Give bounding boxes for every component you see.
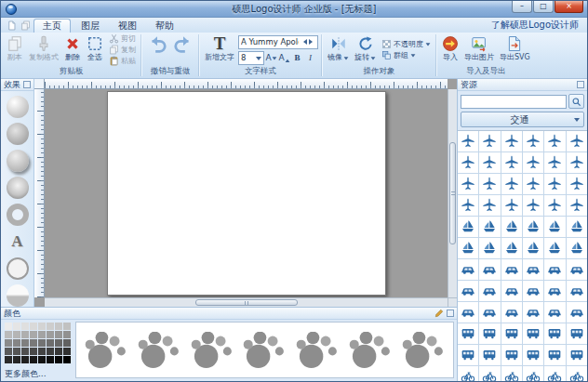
- resource-item-car[interactable]: [458, 302, 478, 323]
- resource-item-bus[interactable]: [544, 323, 565, 344]
- resource-item-boat[interactable]: [501, 238, 522, 258]
- titlebar[interactable]: 硕思Logo设计师 企业版 - [无标题] – □ ×: [1, 1, 587, 18]
- resource-item-plane[interactable]: [523, 152, 543, 173]
- resource-item-plane[interactable]: [501, 174, 522, 194]
- tab-help[interactable]: 帮助: [147, 19, 182, 33]
- resource-item-car[interactable]: [479, 302, 500, 323]
- resource-item-bike[interactable]: [458, 366, 478, 381]
- canvas-page[interactable]: [107, 91, 386, 296]
- delete-button[interactable]: 删除: [62, 33, 83, 66]
- effect-letter-a[interactable]: A: [7, 231, 29, 253]
- duplicate-button[interactable]: 副本: [5, 33, 25, 66]
- resource-item-bus[interactable]: [567, 345, 587, 365]
- color-swatch[interactable]: [47, 356, 54, 363]
- logo-preview-pawprint[interactable]: [349, 332, 392, 369]
- color-swatch[interactable]: [63, 323, 71, 330]
- rotate-button[interactable]: 旋转: [353, 33, 378, 66]
- increase-font-button[interactable]: A: [278, 51, 290, 65]
- color-swatch[interactable]: [55, 348, 62, 355]
- color-swatch[interactable]: [47, 331, 54, 338]
- resource-item-bike[interactable]: [567, 366, 587, 381]
- export-image-button[interactable]: 导出图片: [462, 33, 496, 66]
- color-swatch[interactable]: [13, 323, 20, 330]
- logo-preview-pawprint[interactable]: [296, 332, 339, 369]
- resource-item-plane[interactable]: [501, 195, 522, 216]
- color-swatch[interactable]: [55, 323, 62, 330]
- color-swatch[interactable]: [5, 331, 12, 338]
- resource-item-boat[interactable]: [567, 217, 587, 237]
- resource-item-bus[interactable]: [501, 345, 522, 365]
- select-all-button[interactable]: 全选: [85, 33, 105, 66]
- resource-item-bus[interactable]: [501, 323, 522, 344]
- color-swatch[interactable]: [30, 348, 37, 355]
- resource-item-car[interactable]: [458, 259, 478, 280]
- color-swatch[interactable]: [13, 348, 20, 355]
- logo-preview-pawprint[interactable]: [243, 332, 286, 369]
- resource-item-boat[interactable]: [501, 217, 522, 237]
- resource-item-plane[interactable]: [544, 174, 565, 194]
- resource-item-plane[interactable]: [479, 195, 500, 216]
- logo-preview-pawprint[interactable]: [402, 332, 445, 369]
- resource-item-car[interactable]: [479, 259, 500, 280]
- resource-item-bus[interactable]: [523, 323, 543, 344]
- resource-item-plane[interactable]: [479, 152, 500, 173]
- resource-item-car[interactable]: [501, 281, 522, 301]
- bold-button[interactable]: B: [291, 51, 303, 65]
- close-button[interactable]: ×: [555, 1, 583, 13]
- resource-item-plane[interactable]: [458, 195, 478, 216]
- resource-item-bus[interactable]: [544, 345, 565, 365]
- resource-item-car[interactable]: [523, 259, 543, 280]
- resource-item-plane[interactable]: [567, 195, 587, 216]
- resource-item-car[interactable]: [567, 259, 587, 280]
- resource-item-boat[interactable]: [544, 238, 565, 258]
- color-swatch[interactable]: [38, 339, 46, 347]
- format-painter-button[interactable]: 复制格式: [27, 33, 60, 66]
- resource-item-plane[interactable]: [567, 152, 587, 173]
- edit-color-icon[interactable]: [434, 309, 444, 318]
- resource-item-boat[interactable]: [567, 238, 587, 258]
- font-family-spinner[interactable]: [301, 39, 315, 45]
- resource-item-bike[interactable]: [544, 366, 565, 381]
- color-swatch[interactable]: [63, 348, 71, 355]
- color-swatch[interactable]: [55, 331, 62, 338]
- resource-item-plane[interactable]: [501, 131, 522, 151]
- effect-sphere-shadow[interactable]: [7, 150, 29, 172]
- resource-item-plane[interactable]: [567, 174, 587, 194]
- color-swatch[interactable]: [38, 356, 46, 363]
- resource-item-plane[interactable]: [544, 152, 565, 173]
- horizontal-scrollbar[interactable]: [45, 297, 448, 307]
- help-link[interactable]: 了解硕思Logo设计师: [491, 19, 582, 32]
- color-swatch[interactable]: [47, 323, 54, 330]
- resource-item-bike[interactable]: [501, 366, 522, 381]
- resource-item-bike[interactable]: [523, 366, 543, 381]
- logo-preview-pawprint[interactable]: [191, 332, 234, 369]
- color-swatch[interactable]: [55, 339, 62, 347]
- resource-item-plane[interactable]: [544, 131, 565, 151]
- color-swatch[interactable]: [21, 331, 29, 338]
- resource-item-plane[interactable]: [501, 152, 522, 173]
- resource-item-boat[interactable]: [544, 217, 565, 237]
- resource-item-plane[interactable]: [523, 131, 543, 151]
- tab-layers[interactable]: 图层: [73, 19, 108, 33]
- resource-item-car[interactable]: [544, 302, 565, 323]
- color-swatch[interactable]: [63, 339, 71, 347]
- resource-item-bus[interactable]: [458, 323, 478, 344]
- resource-item-car[interactable]: [544, 259, 565, 280]
- resource-item-bike[interactable]: [479, 366, 500, 381]
- logo-preview-pawprint[interactable]: [85, 332, 127, 369]
- copy-button[interactable]: 复制: [107, 45, 138, 55]
- color-swatch[interactable]: [38, 331, 46, 338]
- undo-button[interactable]: [145, 33, 169, 66]
- color-swatch[interactable]: [63, 331, 71, 338]
- italic-button[interactable]: I: [304, 51, 316, 65]
- new-document-icon[interactable]: [7, 20, 17, 31]
- color-swatch[interactable]: [13, 331, 20, 338]
- panel-collapse-icon[interactable]: [577, 81, 584, 88]
- group-button[interactable]: 群组: [380, 50, 433, 60]
- vertical-scrollbar[interactable]: [448, 89, 457, 297]
- color-swatch[interactable]: [47, 339, 54, 347]
- resource-item-car[interactable]: [523, 302, 543, 323]
- resource-item-bus[interactable]: [523, 345, 543, 365]
- resource-item-car[interactable]: [544, 281, 565, 301]
- resource-item-plane[interactable]: [523, 195, 543, 216]
